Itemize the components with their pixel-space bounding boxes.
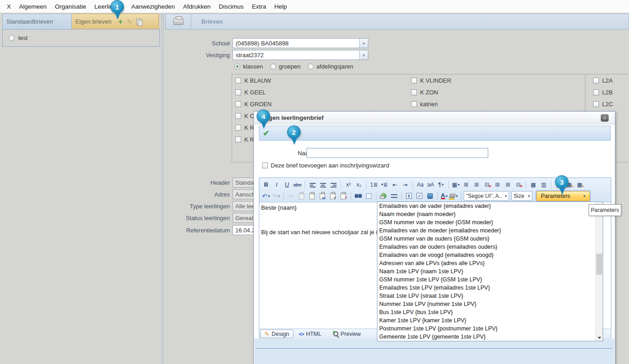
parameter-item[interactable]: Emailadres van de ouders {emailadres oud… — [377, 243, 603, 251]
class-checkbox-row[interactable]: K O — [235, 113, 254, 119]
parameter-item[interactable]: Adressen van alle LPVs {adres alle LPVs} — [377, 259, 603, 267]
superscript-button[interactable]: x² — [343, 180, 353, 189]
parameter-item[interactable]: GSM nummer van de moeder {GSM moeder} — [377, 218, 603, 226]
font-name-dropdown[interactable]: "Segoe UI", A... ▾ — [464, 191, 509, 201]
radio-klassen[interactable]: klassen — [234, 63, 263, 70]
radio-afdelingsjaren-control[interactable] — [308, 64, 314, 69]
cut-button[interactable]: ✂ — [286, 191, 296, 201]
align-left-button[interactable] — [307, 180, 317, 189]
insert-column-left-button[interactable]: ⊞ — [492, 180, 502, 189]
letter-radio-test[interactable] — [9, 35, 15, 41]
font-size-dropdown[interactable]: Size ▾ — [511, 191, 532, 201]
radio-groepen[interactable]: groepen — [270, 63, 301, 70]
checkbox[interactable] — [235, 113, 241, 119]
school-dropdown-button[interactable]: ▾ — [359, 39, 368, 48]
strikethrough-button[interactable]: abe — [292, 180, 302, 189]
parameters-scrollbar[interactable] — [595, 202, 603, 341]
paste-from-word-button[interactable] — [317, 191, 327, 201]
wizard-checkbox[interactable] — [262, 162, 268, 168]
dialog-close-button[interactable]: × — [601, 114, 609, 122]
checkbox[interactable] — [593, 101, 599, 107]
undo-button[interactable]: ↶▾ — [261, 191, 271, 201]
parameter-item[interactable]: Emailadres van de voogd {emailadres voog… — [377, 251, 603, 259]
insert-checkbox-button[interactable]: ✓ — [415, 191, 425, 201]
class-checkbox-row[interactable]: K ZON — [411, 89, 438, 96]
lowercase-button[interactable]: Aa — [415, 180, 425, 189]
menu-item-aanwezigheden[interactable]: Aanwezigheden — [127, 3, 179, 10]
tab-design[interactable]: ✎ Design — [260, 330, 293, 338]
parameter-item[interactable]: GSM nummer van de ouders {GSM ouders} — [377, 235, 603, 243]
hyperlink-button[interactable] — [379, 191, 389, 201]
insert-user-button[interactable] — [425, 191, 435, 201]
font-color-dropdown[interactable]: A▾ — [440, 191, 449, 201]
class-checkbox-row[interactable]: K GEEL — [235, 89, 266, 96]
parameter-item[interactable]: Emailadres van de moeder {emailadres moe… — [377, 226, 603, 235]
menu-item-afdrukken[interactable]: Afdrukken — [179, 3, 215, 10]
cell-properties-button[interactable]: ▦✎ — [575, 180, 584, 189]
parameter-item[interactable]: GSM nummer 1ste LPV {GSM 1ste LPV} — [377, 275, 603, 284]
scrollbar-down-arrow[interactable] — [598, 337, 601, 339]
highlight-color-dropdown[interactable]: ▾ — [449, 191, 459, 201]
align-center-button[interactable] — [318, 180, 328, 189]
paste-plain-text-button[interactable] — [328, 191, 338, 201]
checkbox[interactable] — [235, 101, 241, 107]
checkbox[interactable] — [235, 78, 241, 84]
select-all-button[interactable] — [364, 191, 374, 201]
class-checkbox-row[interactable]: K BLAUW — [235, 77, 271, 84]
checkbox[interactable] — [235, 125, 241, 131]
insert-row-above-button[interactable]: ⊞ — [461, 180, 471, 189]
outdent-button[interactable]: ⇤ — [390, 180, 400, 189]
paste-button[interactable] — [307, 191, 317, 201]
class-checkbox-row[interactable]: K R — [235, 124, 254, 131]
print-button[interactable] — [166, 14, 191, 29]
uppercase-button[interactable]: aA — [426, 180, 436, 189]
menu-item-x[interactable]: X — [3, 3, 15, 10]
checkbox[interactable] — [593, 78, 599, 84]
class-checkbox-row[interactable]: L2A — [593, 77, 613, 84]
horizontal-rule-button[interactable] — [389, 191, 399, 201]
subscript-button[interactable]: x₂ — [354, 180, 364, 189]
dialog-title-bar[interactable]: Eigen leerlingenbrief — [254, 112, 615, 124]
save-icon[interactable]: ✔ — [263, 128, 269, 138]
parameter-item[interactable]: Postnummer 1ste LPV {postnummer 1ste LPV… — [377, 325, 603, 333]
menu-item-algemeen[interactable]: Algemeen — [15, 3, 51, 10]
tab-standaardbrieven[interactable]: Standaardbrieven — [2, 14, 72, 30]
menu-item-extra[interactable]: Extra — [248, 3, 271, 10]
menu-item-organisatie[interactable]: Organisatie — [51, 3, 90, 10]
parameter-item[interactable]: Bus 1ste LPV {bus 1ste LPV} — [377, 308, 603, 316]
align-right-button[interactable] — [328, 180, 338, 189]
class-checkbox-row[interactable]: katrien — [411, 101, 438, 108]
split-cells-button[interactable]: ▥ — [539, 180, 549, 189]
parameter-item[interactable]: Emailadres van de vader {emailadres vade… — [377, 202, 603, 210]
parameter-item[interactable]: Naam 1ste LPV {naam 1ste LPV} — [377, 267, 603, 275]
checkbox[interactable] — [235, 89, 241, 95]
insert-table-dropdown[interactable]: ▦▾ — [451, 180, 461, 189]
indent-button[interactable]: ⇥ — [400, 180, 410, 189]
class-checkbox-row[interactable]: L2C — [593, 101, 613, 108]
delete-letter-icon[interactable] — [136, 19, 142, 25]
find-button[interactable] — [353, 191, 363, 201]
checkbox[interactable] — [411, 89, 417, 95]
checkbox[interactable] — [411, 78, 417, 84]
class-checkbox-row[interactable]: K GROEN — [235, 101, 272, 108]
paste-special-button[interactable] — [338, 191, 348, 201]
vestiging-dropdown[interactable]: straat2372 ▾ — [233, 50, 368, 60]
wizard-checkbox-row[interactable]: Deze brief toevoegen aan inschrijvingswi… — [262, 162, 389, 169]
parameter-item[interactable]: Naam moeder {naam moeder} — [377, 210, 603, 218]
school-dropdown[interactable]: (045898) BA045898 ▾ — [233, 38, 368, 48]
tab-html[interactable]: <> HTML — [295, 330, 325, 338]
merge-cells-button[interactable]: ▦ — [528, 180, 538, 189]
insert-date-button[interactable]: 5 — [404, 191, 414, 201]
copy-button[interactable] — [297, 191, 307, 201]
delete-column-button[interactable]: ⊟✕ — [513, 180, 523, 189]
scrollbar-thumb[interactable] — [596, 254, 602, 275]
ordered-list-button[interactable]: 1≣ — [369, 180, 379, 189]
checkbox[interactable] — [593, 89, 599, 95]
insert-paragraph-button[interactable]: ¶+ — [436, 180, 446, 189]
parameter-item[interactable]: Emailadres 1ste LPV {emailadres 1ste LPV… — [377, 284, 603, 292]
checkbox[interactable] — [235, 137, 241, 143]
parameter-item[interactable]: Gemeente 1ste LPV {gemeente 1ste LPV} — [377, 333, 603, 341]
italic-button[interactable]: I — [272, 180, 282, 189]
parameter-item[interactable]: Nummer 1ste LPV {nummer 1ste LPV} — [377, 300, 603, 308]
menu-item-discimus[interactable]: Discimus — [215, 3, 248, 10]
